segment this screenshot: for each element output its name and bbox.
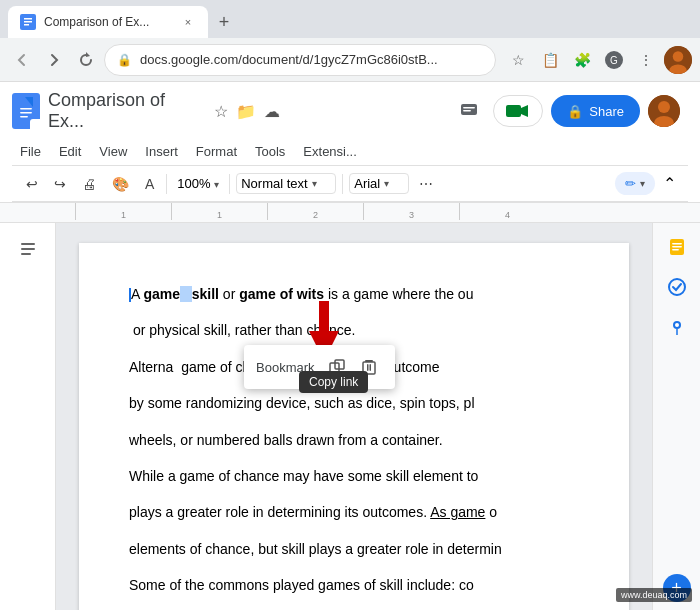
browser-frame: Comparison of Ex... × + 🔒 docs.google.co… — [0, 0, 700, 610]
copy-link-tooltip: Copy link — [299, 371, 368, 393]
svg-rect-25 — [21, 243, 35, 245]
docs-toolbar: ↩ ↪ 🖨 🎨 A 100% ▾ Normal text ▾ Arial — [12, 165, 688, 202]
svg-rect-32 — [367, 364, 369, 371]
bookmark-star-icon[interactable]: ☆ — [504, 46, 532, 74]
url-text: docs.google.com/document/d/1gycZ7mGc86i0… — [140, 52, 483, 67]
paragraph-2: or physical skill, rather than chance. — [129, 319, 579, 341]
svg-rect-15 — [20, 116, 28, 118]
right-panel-maps-icon[interactable] — [661, 311, 693, 343]
address-bar: 🔒 docs.google.com/document/d/1gycZ7mGc86… — [0, 38, 700, 82]
left-sidebar — [0, 223, 56, 610]
svg-rect-37 — [672, 246, 682, 248]
print-button[interactable]: 🖨 — [76, 172, 102, 196]
svg-rect-14 — [20, 112, 32, 114]
docs-title: Comparison of Ex... — [48, 90, 206, 132]
toolbar-sep-3 — [342, 174, 343, 194]
back-button[interactable] — [8, 46, 36, 74]
docs-area: Comparison of Ex... ☆ 📁 ☁ 🔒 — [0, 82, 700, 610]
lock-share-icon: 🔒 — [567, 104, 583, 119]
paint-format-button[interactable]: 🎨 — [106, 172, 135, 196]
profile-avatar[interactable] — [664, 46, 692, 74]
svg-point-39 — [669, 279, 685, 295]
right-panel-docs-icon[interactable] — [661, 231, 693, 263]
docs-title-icons: ☆ 📁 ☁ — [214, 102, 280, 121]
paragraph-1: A game skill or game of wits is a game w… — [129, 283, 579, 305]
url-bar[interactable]: 🔒 docs.google.com/document/d/1gycZ7mGc86… — [104, 44, 496, 76]
docs-logo — [12, 93, 40, 129]
svg-rect-3 — [24, 24, 29, 26]
watermark: www.deuaq.com — [616, 588, 692, 602]
undo-button[interactable]: ↩ — [20, 172, 44, 196]
more-options-button[interactable]: ⋯ — [413, 172, 439, 196]
svg-point-23 — [658, 101, 670, 113]
tab-favicon — [20, 14, 36, 30]
toolbar-sep-2 — [229, 174, 230, 194]
account-icon[interactable]: G — [600, 46, 628, 74]
svg-marker-4 — [86, 52, 90, 57]
comments-button[interactable] — [453, 95, 485, 127]
paragraph-9: Some of the commons played games of skil… — [129, 574, 579, 596]
forward-button[interactable] — [40, 46, 68, 74]
menu-extensions[interactable]: Extensi... — [295, 140, 364, 163]
paragraph-5: wheels, or numbered balls drawn from a c… — [129, 429, 579, 451]
svg-rect-33 — [369, 364, 371, 371]
svg-rect-26 — [21, 248, 35, 250]
text-cursor — [129, 288, 131, 302]
svg-rect-1 — [24, 18, 32, 20]
svg-text:G: G — [610, 55, 618, 66]
reload-button[interactable] — [72, 46, 100, 74]
active-tab[interactable]: Comparison of Ex... × — [8, 6, 208, 38]
collapse-toolbar-button[interactable]: ⌃ — [659, 170, 680, 197]
menu-tools[interactable]: Tools — [247, 140, 293, 163]
svg-rect-19 — [463, 110, 471, 112]
svg-rect-38 — [672, 249, 679, 251]
svg-rect-2 — [24, 21, 32, 23]
share-label: Share — [589, 104, 624, 119]
menu-insert[interactable]: Insert — [137, 140, 186, 163]
main-content: Bookmark Copy link — [0, 223, 700, 610]
svg-rect-16 — [461, 104, 477, 115]
user-avatar[interactable] — [648, 95, 680, 127]
move-icon[interactable]: 📁 — [236, 102, 256, 121]
menu-edit[interactable]: Edit — [51, 140, 89, 163]
svg-rect-34 — [365, 360, 373, 362]
star-icon[interactable]: ☆ — [214, 102, 228, 121]
edit-mode-button[interactable]: ✏ ▾ — [615, 172, 655, 195]
zoom-select[interactable]: 100% ▾ — [173, 174, 223, 193]
svg-rect-18 — [463, 107, 475, 109]
extensions-icon[interactable]: 🧩 — [568, 46, 596, 74]
menu-format[interactable]: Format — [188, 140, 245, 163]
paragraph-4: by some randomizing device, such as dice… — [129, 392, 579, 414]
svg-marker-21 — [521, 105, 528, 117]
spell-check-button[interactable]: A — [139, 172, 160, 196]
docs-header: Comparison of Ex... ☆ 📁 ☁ 🔒 — [0, 82, 700, 203]
cloud-icon[interactable]: ☁ — [264, 102, 280, 121]
download-icon[interactable]: 📋 — [536, 46, 564, 74]
meet-button[interactable] — [493, 95, 543, 127]
menu-view[interactable]: View — [91, 140, 135, 163]
tab-title: Comparison of Ex... — [44, 15, 172, 29]
style-select[interactable]: Normal text ▾ — [236, 173, 336, 194]
svg-rect-36 — [672, 243, 682, 245]
toolbar-sep-1 — [166, 174, 167, 194]
browser-actions: ☆ 📋 🧩 G ⋮ — [504, 46, 692, 74]
paragraph-7: plays a greater role in determining its … — [129, 501, 579, 523]
svg-rect-20 — [506, 105, 521, 117]
font-select[interactable]: Arial ▾ — [349, 173, 409, 194]
docs-title-row: Comparison of Ex... ☆ 📁 ☁ 🔒 — [12, 90, 688, 132]
tab-close-button[interactable]: × — [180, 14, 196, 30]
menu-file[interactable]: File — [12, 140, 49, 163]
right-panel-check-icon[interactable] — [661, 271, 693, 303]
svg-point-41 — [675, 323, 679, 327]
doc-content[interactable]: Bookmark Copy link — [56, 223, 652, 610]
doc-page: Bookmark Copy link — [79, 243, 629, 610]
outline-icon[interactable] — [10, 231, 46, 267]
new-tab-button[interactable]: + — [210, 8, 238, 36]
ruler: 1 1 2 3 4 — [0, 203, 700, 223]
more-options-icon[interactable]: ⋮ — [632, 46, 660, 74]
svg-rect-27 — [21, 253, 31, 255]
share-button[interactable]: 🔒 Share — [551, 95, 640, 127]
redo-button[interactable]: ↪ — [48, 172, 72, 196]
svg-rect-13 — [20, 108, 32, 110]
paragraph-8: elements of chance, but skill plays a gr… — [129, 538, 579, 560]
